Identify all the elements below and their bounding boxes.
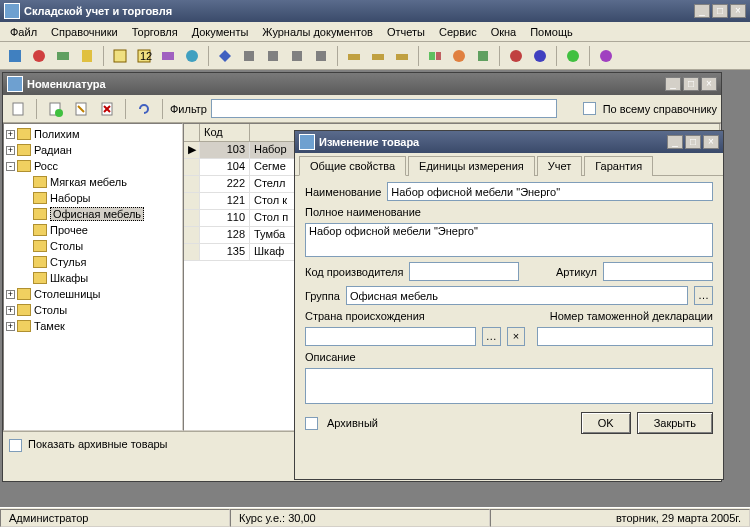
menu-directories[interactable]: Справочники — [45, 24, 124, 40]
edit-close-button[interactable]: × — [703, 135, 719, 149]
edit-minimize-button[interactable]: _ — [667, 135, 683, 149]
mfrcode-input[interactable] — [409, 262, 519, 281]
nom-new-icon[interactable] — [7, 98, 29, 120]
show-archive-label: Показать архивные товары — [28, 438, 167, 450]
country-clear-button[interactable]: × — [507, 327, 526, 346]
close-button[interactable]: × — [730, 4, 746, 18]
tool-icon-2[interactable] — [28, 45, 50, 67]
whole-dir-checkbox[interactable] — [583, 102, 596, 115]
nom-minimize-button[interactable]: _ — [665, 77, 681, 91]
tool-icon-17[interactable] — [424, 45, 446, 67]
show-archive-checkbox[interactable] — [9, 439, 22, 452]
tool-icon-5[interactable] — [109, 45, 131, 67]
status-rate: Курс у.е.: 30,00 — [230, 509, 490, 527]
group-browse-button[interactable]: … — [694, 286, 713, 305]
menu-service[interactable]: Сервис — [433, 24, 483, 40]
menu-help[interactable]: Помощь — [524, 24, 579, 40]
minimize-button[interactable]: _ — [694, 4, 710, 18]
desc-label: Описание — [305, 351, 356, 363]
tool-icon-16[interactable] — [391, 45, 413, 67]
tab-units[interactable]: Единицы измерения — [408, 156, 535, 176]
expand-icon[interactable]: - — [6, 162, 15, 171]
tree-item[interactable]: +Столешницы — [6, 286, 180, 302]
group-input[interactable] — [346, 286, 688, 305]
tool-icon-9[interactable] — [214, 45, 236, 67]
close-dialog-button[interactable]: Закрыть — [637, 412, 713, 434]
tool-icon-12[interactable] — [286, 45, 308, 67]
edit-maximize-button[interactable]: □ — [685, 135, 701, 149]
nom-delete-icon[interactable] — [96, 98, 118, 120]
tool-icon-19[interactable] — [472, 45, 494, 67]
expand-icon[interactable]: + — [6, 322, 15, 331]
tree-item[interactable]: Столы — [6, 238, 180, 254]
tab-accounting[interactable]: Учет — [537, 156, 583, 176]
expand-icon[interactable]: + — [6, 290, 15, 299]
nom-refresh-icon[interactable] — [133, 98, 155, 120]
article-label: Артикул — [556, 266, 597, 278]
svg-rect-14 — [348, 54, 360, 60]
app-titlebar: Складской учет и торговля _ □ × — [0, 0, 750, 22]
tool-icon-21[interactable] — [529, 45, 551, 67]
maximize-button[interactable]: □ — [712, 4, 728, 18]
country-browse-button[interactable]: … — [482, 327, 501, 346]
tool-icon-13[interactable] — [310, 45, 332, 67]
tree-item[interactable]: Мягкая мебель — [6, 174, 180, 190]
tool-icon-18[interactable] — [448, 45, 470, 67]
expand-icon[interactable]: + — [6, 146, 15, 155]
cell-code: 121 — [200, 193, 250, 209]
tree-label: Стулья — [50, 256, 86, 268]
ok-button[interactable]: OK — [581, 412, 631, 434]
tree-item[interactable]: Шкафы — [6, 270, 180, 286]
desc-input[interactable] — [305, 368, 713, 404]
tree-item[interactable]: -Росс — [6, 158, 180, 174]
tree-item[interactable]: +Радиан — [6, 142, 180, 158]
tool-icon-23[interactable] — [595, 45, 617, 67]
nom-add-icon[interactable] — [44, 98, 66, 120]
nom-edit-icon[interactable] — [70, 98, 92, 120]
tree-item[interactable]: +Полихим — [6, 126, 180, 142]
tree-item[interactable]: +Тамек — [6, 318, 180, 334]
tree-item[interactable]: Наборы — [6, 190, 180, 206]
expand-icon[interactable]: + — [6, 130, 15, 139]
nom-maximize-button[interactable]: □ — [683, 77, 699, 91]
fullname-input[interactable]: Набор офисной мебели "Энерго" — [305, 223, 713, 257]
tool-icon-4[interactable] — [76, 45, 98, 67]
folder-icon — [17, 144, 31, 156]
tree-item[interactable]: Стулья — [6, 254, 180, 270]
tool-icon-8[interactable] — [181, 45, 203, 67]
tool-icon-20[interactable] — [505, 45, 527, 67]
tool-icon-1[interactable] — [4, 45, 26, 67]
tree-item[interactable]: +Столы — [6, 302, 180, 318]
tool-icon-6[interactable]: 12 — [133, 45, 155, 67]
filter-input[interactable] — [211, 99, 557, 118]
article-input[interactable] — [603, 262, 713, 281]
tree-label: Полихим — [34, 128, 80, 140]
menu-windows[interactable]: Окна — [485, 24, 523, 40]
menu-reports[interactable]: Отчеты — [381, 24, 431, 40]
tool-icon-14[interactable] — [343, 45, 365, 67]
tool-icon-7[interactable] — [157, 45, 179, 67]
svg-rect-18 — [436, 52, 441, 60]
tool-icon-15[interactable] — [367, 45, 389, 67]
col-code[interactable]: Код — [200, 124, 250, 141]
tool-icon-22[interactable] — [562, 45, 584, 67]
category-tree[interactable]: +Полихим+Радиан-РоссМягкая мебельНаборыО… — [3, 123, 183, 431]
nom-close-button[interactable]: × — [701, 77, 717, 91]
tab-warranty[interactable]: Гарантия — [584, 156, 653, 176]
tab-general[interactable]: Общие свойства — [299, 156, 406, 176]
menu-trade[interactable]: Торговля — [126, 24, 184, 40]
archive-checkbox[interactable] — [305, 417, 318, 430]
edit-tabs: Общие свойства Единицы измерения Учет Га… — [295, 153, 723, 176]
name-input[interactable] — [387, 182, 713, 201]
tool-icon-3[interactable] — [52, 45, 74, 67]
menu-journals[interactable]: Журналы документов — [256, 24, 379, 40]
menu-documents[interactable]: Документы — [186, 24, 255, 40]
decl-input[interactable] — [537, 327, 713, 346]
tree-item[interactable]: Офисная мебель — [6, 206, 180, 222]
tree-item[interactable]: Прочее — [6, 222, 180, 238]
menu-file[interactable]: Файл — [4, 24, 43, 40]
tool-icon-10[interactable] — [238, 45, 260, 67]
tool-icon-11[interactable] — [262, 45, 284, 67]
country-input[interactable] — [305, 327, 476, 346]
expand-icon[interactable]: + — [6, 306, 15, 315]
